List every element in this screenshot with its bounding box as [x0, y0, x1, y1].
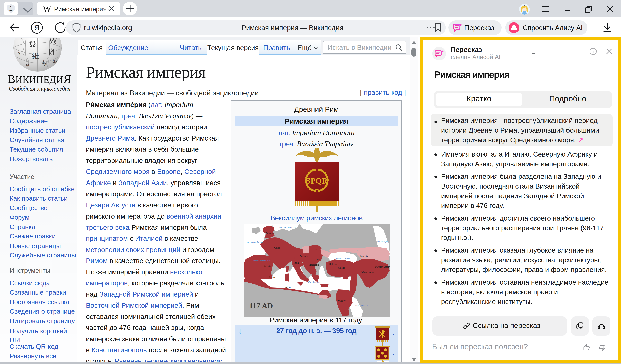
svg-text:Pontus Euxinus: Pontus Euxinus	[336, 257, 350, 259]
svg-text:Pannonia: Pannonia	[299, 255, 308, 257]
svg-text:Britannia: Britannia	[266, 232, 275, 235]
svg-text:य: य	[17, 50, 21, 56]
svg-text:Mare Internum: Mare Internum	[308, 281, 321, 283]
svg-text:Armenia: Armenia	[360, 255, 368, 257]
svg-text:Macedonia: Macedonia	[309, 264, 319, 266]
svg-text:Aegyptus: Aegyptus	[337, 299, 346, 302]
svg-text:Hispania: Hispania	[262, 265, 271, 268]
svg-text:Africa: Africa	[285, 286, 291, 288]
svg-text:И: И	[48, 47, 55, 57]
svg-text:ค: ค	[26, 62, 29, 67]
svg-text:117 AD: 117 AD	[249, 301, 273, 310]
svg-text:י: י	[55, 42, 56, 47]
svg-text:Я: Я	[34, 24, 39, 32]
svg-text:Bithynia: Bithynia	[329, 263, 338, 265]
svg-text:維: 維	[32, 52, 39, 60]
svg-text:Ф: Ф	[52, 58, 57, 64]
svg-text:Mare Caspium: Mare Caspium	[377, 240, 390, 243]
svg-text:Oceanus Atlanticus: Oceanus Atlanticus	[247, 241, 264, 243]
svg-text:Sinus Arabicus: Sinus Arabicus	[355, 304, 368, 306]
svg-text:Dacia: Dacia	[314, 248, 319, 251]
svg-text:Italia: Italia	[294, 262, 299, 264]
svg-text:Galatia: Galatia	[338, 267, 345, 269]
svg-text:Mare Cantabricum: Mare Cantabricum	[253, 259, 270, 262]
svg-text:Mare Germanicum: Mare Germanicum	[279, 226, 295, 228]
svg-text:も: も	[41, 60, 47, 66]
svg-text:Baetica: Baetica	[268, 276, 276, 278]
svg-text:Parthian Empire: Parthian Empire	[375, 266, 390, 268]
svg-text:Moesia: Moesia	[317, 258, 324, 261]
svg-text:Mesopotamia: Mesopotamia	[362, 271, 374, 274]
svg-text:Gallia: Gallia	[274, 247, 280, 249]
svg-text:SPQR: SPQR	[306, 176, 328, 185]
svg-text:Ω: Ω	[29, 39, 36, 49]
